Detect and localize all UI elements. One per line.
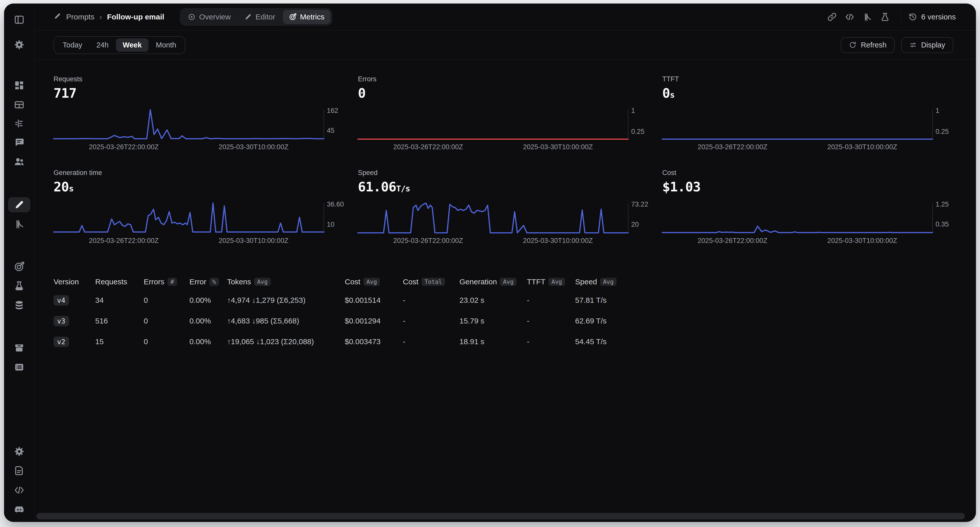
display-button[interactable]: Display (901, 37, 953, 53)
playground-slide-icon[interactable] (860, 10, 874, 24)
chart-card-ttft: TTFT 0s 1 0.25 2025-03-26T22:00:00Z 2025… (662, 75, 967, 156)
settings-gear-icon[interactable] (12, 38, 26, 52)
refresh-icon (849, 41, 856, 49)
chart-title: Generation time (54, 169, 358, 177)
errors-line-chart (358, 108, 628, 141)
y-axis-tick: 36.60 (327, 200, 357, 208)
metrics-content: Requests 717 162 45 2025-03-26T22:00:00Z… (34, 60, 976, 522)
target-icon (289, 13, 296, 21)
evaluation-target-icon[interactable] (12, 260, 26, 274)
x-axis-tick: 2025-03-26T22:00:00Z (89, 143, 159, 151)
table-row[interactable]: v3 516 0 0.00% ↑4,683 ↓985 (Σ5,668) $0.0… (54, 311, 953, 331)
range-month[interactable]: Month (149, 38, 183, 52)
chart-title: TTFT (662, 75, 967, 83)
table-row[interactable]: v2 15 0 0.00% ↑19,065 ↓1,023 (Σ20,088) $… (54, 331, 953, 352)
x-axis-tick: 2025-03-30T10:00:00Z (827, 237, 897, 245)
x-axis-tick: 2025-03-26T22:00:00Z (393, 143, 463, 151)
tab-group: Overview Editor Metrics (180, 8, 332, 26)
table-icon[interactable] (12, 98, 26, 112)
chart-card-cost: Cost $1.03 1.25 0.35 2025-03-26T22:00:00… (662, 169, 967, 250)
y-axis-tick: 0.35 (935, 221, 966, 228)
panel-toggle-icon[interactable] (12, 13, 26, 27)
breadcrumb-page-title: Follow-up email (107, 13, 164, 21)
tab-overview[interactable]: Overview (182, 10, 237, 24)
table-row[interactable]: v4 34 0 0.00% ↑4,974 ↓1,279 (Σ6,253) $0.… (54, 290, 953, 311)
history-icon (908, 13, 917, 21)
dashboard-icon[interactable] (12, 78, 26, 92)
refresh-button[interactable]: Refresh (841, 37, 895, 53)
ttft-line-chart (662, 108, 932, 141)
link-icon[interactable] (825, 10, 839, 24)
table-header-row: Version Requests Errors# Error% TokensAv… (54, 274, 953, 290)
flask-icon[interactable] (878, 10, 892, 24)
chart-value: $1.03 (662, 179, 967, 194)
tab-metrics[interactable]: Metrics (283, 10, 331, 24)
chart-card-errors: Errors 0 1 0.25 2025-03-26T22:00:00Z 202… (358, 75, 662, 156)
chart-card-speed: Speed 61.06T/s 73.22 20 2025-03-26T22:00… (358, 169, 662, 250)
x-axis-tick: 2025-03-26T22:00:00Z (393, 237, 463, 245)
chart-card-requests: Requests 717 162 45 2025-03-26T22:00:00Z… (54, 75, 358, 156)
range-week[interactable]: Week (116, 38, 148, 52)
chart-value: 61.06T/s (358, 179, 662, 194)
tab-editor[interactable]: Editor (238, 10, 281, 24)
generation-time-line-chart (54, 202, 324, 234)
pencil-icon (244, 13, 252, 21)
sliders-icon (909, 41, 917, 49)
list-card-icon[interactable] (12, 360, 26, 374)
settings-gear-bottom-icon[interactable] (12, 444, 26, 459)
breadcrumb: Prompts › Follow-up email (54, 13, 164, 22)
versions-button[interactable]: 6 versions (908, 13, 956, 21)
horizontal-scrollbar[interactable] (37, 513, 965, 519)
y-axis-tick: 20 (631, 221, 662, 229)
y-axis-tick: 0.25 (631, 128, 662, 136)
traces-icon[interactable] (12, 116, 26, 130)
y-axis-tick: 1 (935, 107, 966, 115)
charts-grid: Requests 717 162 45 2025-03-26T22:00:00Z… (54, 75, 976, 250)
prompt-pencil-icon (54, 13, 61, 22)
chart-card-generation-time: Generation time 20s 36.60 10 2025-03-26T… (54, 169, 358, 250)
x-axis-tick: 2025-03-26T22:00:00Z (698, 143, 767, 151)
playground-icon[interactable] (12, 217, 26, 231)
x-axis-tick: 2025-03-30T10:00:00Z (523, 143, 593, 151)
x-axis-tick: 2025-03-30T10:00:00Z (219, 237, 288, 245)
chart-value: 20s (54, 179, 358, 194)
version-badge[interactable]: v2 (54, 337, 69, 347)
filter-toolbar: Today 24h Week Month Refresh Display (34, 30, 976, 60)
main-area: Prompts › Follow-up email Overview Edito… (34, 3, 976, 522)
range-24h[interactable]: 24h (89, 38, 115, 52)
prompts-pencil-icon[interactable] (8, 197, 30, 212)
x-axis-tick: 2025-03-30T10:00:00Z (523, 237, 593, 245)
y-axis-tick: 10 (327, 221, 357, 229)
experiments-flask-icon[interactable] (12, 279, 26, 293)
x-axis-tick: 2025-03-26T22:00:00Z (698, 237, 767, 245)
breadcrumb-section[interactable]: Prompts (66, 13, 94, 21)
chart-value: 717 (54, 86, 358, 101)
version-badge[interactable]: v3 (54, 316, 69, 326)
y-axis-tick: 162 (327, 107, 357, 115)
speed-line-chart (358, 202, 628, 234)
time-range-selector: Today 24h Week Month (54, 36, 185, 54)
chat-icon[interactable] (12, 135, 26, 149)
top-bar: Prompts › Follow-up email Overview Edito… (34, 3, 976, 30)
archive-icon[interactable] (12, 341, 26, 355)
chart-title: Speed (358, 169, 662, 177)
y-axis-tick: 1 (631, 107, 662, 115)
requests-line-chart (54, 108, 324, 141)
docs-file-icon[interactable] (12, 464, 26, 478)
y-axis-tick: 0.25 (935, 128, 966, 136)
version-badge[interactable]: v4 (54, 295, 69, 306)
datasets-database-icon[interactable] (12, 298, 26, 313)
users-icon[interactable] (12, 154, 26, 169)
x-axis-tick: 2025-03-30T10:00:00Z (827, 143, 897, 151)
y-axis-tick: 73.22 (631, 200, 662, 208)
range-today[interactable]: Today (56, 38, 89, 52)
chart-title: Requests (54, 75, 358, 83)
discord-icon[interactable] (12, 503, 26, 517)
versions-table: Version Requests Errors# Error% TokensAv… (54, 274, 953, 352)
divider (901, 10, 901, 24)
code-icon[interactable] (843, 10, 857, 24)
chart-value: 0s (662, 86, 967, 101)
api-code-icon[interactable] (12, 483, 26, 497)
x-axis-tick: 2025-03-30T10:00:00Z (219, 143, 288, 151)
cost-line-chart (662, 202, 932, 234)
